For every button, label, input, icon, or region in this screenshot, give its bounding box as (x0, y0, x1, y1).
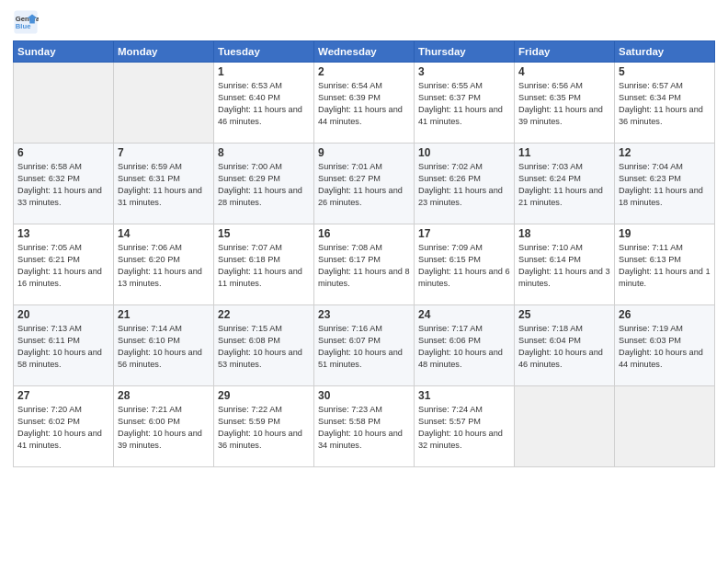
calendar-cell: 6 Sunrise: 6:58 AM Sunset: 6:32 PM Dayli… (14, 144, 114, 224)
daylight-label: Daylight: 10 hours and 53 minutes. (218, 348, 302, 369)
daylight-label: Daylight: 10 hours and 36 minutes. (218, 429, 302, 450)
day-number: 29 (218, 389, 310, 402)
day-number: 15 (218, 227, 310, 240)
calendar-cell: 25 Sunrise: 7:18 AM Sunset: 6:04 PM Dayl… (515, 305, 615, 386)
calendar-cell: 16 Sunrise: 7:08 AM Sunset: 6:17 PM Dayl… (314, 224, 415, 305)
sunrise-label: Sunrise: 7:14 AM (118, 324, 182, 333)
logo-icon: General Blue (13, 9, 39, 35)
sunset-label: Sunset: 6:15 PM (418, 255, 481, 264)
day-number: 2 (318, 65, 410, 78)
cell-info: Sunrise: 7:07 AM Sunset: 6:18 PM Dayligh… (218, 242, 310, 290)
day-number: 8 (218, 146, 310, 159)
sunrise-label: Sunrise: 7:06 AM (118, 243, 182, 252)
cell-info: Sunrise: 7:03 AM Sunset: 6:24 PM Dayligh… (518, 161, 610, 209)
cell-info: Sunrise: 7:17 AM Sunset: 6:06 PM Dayligh… (418, 323, 510, 371)
calendar-cell: 13 Sunrise: 7:05 AM Sunset: 6:21 PM Dayl… (14, 224, 114, 305)
cell-info: Sunrise: 7:21 AM Sunset: 6:00 PM Dayligh… (118, 404, 210, 452)
cell-info: Sunrise: 7:20 AM Sunset: 6:02 PM Dayligh… (17, 404, 109, 452)
cell-info: Sunrise: 7:02 AM Sunset: 6:26 PM Dayligh… (418, 161, 510, 209)
day-number: 28 (118, 389, 210, 402)
calendar-cell: 7 Sunrise: 6:59 AM Sunset: 6:31 PM Dayli… (114, 144, 214, 224)
day-number: 23 (318, 308, 410, 321)
sunrise-label: Sunrise: 7:19 AM (619, 324, 683, 333)
sunset-label: Sunset: 6:40 PM (218, 93, 280, 102)
day-number: 30 (318, 389, 410, 402)
sunset-label: Sunset: 6:11 PM (17, 336, 80, 345)
daylight-label: Daylight: 10 hours and 34 minutes. (318, 429, 403, 450)
daylight-label: Daylight: 11 hours and 21 minutes. (518, 186, 603, 207)
daylight-label: Daylight: 11 hours and 18 minutes. (619, 186, 703, 207)
calendar-cell: 11 Sunrise: 7:03 AM Sunset: 6:24 PM Dayl… (515, 144, 615, 224)
sunrise-label: Sunrise: 6:57 AM (619, 81, 683, 90)
sunset-label: Sunset: 6:32 PM (17, 174, 80, 183)
sunrise-label: Sunrise: 7:18 AM (518, 324, 583, 333)
calendar-cell: 28 Sunrise: 7:21 AM Sunset: 6:00 PM Dayl… (114, 386, 214, 467)
calendar-cell: 15 Sunrise: 7:07 AM Sunset: 6:18 PM Dayl… (214, 224, 314, 305)
daylight-label: Daylight: 11 hours and 13 minutes. (118, 267, 202, 288)
sunset-label: Sunset: 6:37 PM (418, 93, 481, 102)
sunset-label: Sunset: 6:08 PM (218, 336, 280, 345)
calendar-cell: 20 Sunrise: 7:13 AM Sunset: 6:11 PM Dayl… (14, 305, 114, 386)
sunrise-label: Sunrise: 7:20 AM (17, 405, 82, 414)
day-number: 1 (218, 65, 310, 78)
calendar-body: 1 Sunrise: 6:53 AM Sunset: 6:40 PM Dayli… (14, 63, 715, 467)
daylight-label: Daylight: 11 hours and 16 minutes. (17, 267, 102, 288)
cell-info: Sunrise: 7:23 AM Sunset: 5:58 PM Dayligh… (318, 404, 410, 452)
sunset-label: Sunset: 6:04 PM (518, 336, 581, 345)
sunrise-label: Sunrise: 7:15 AM (218, 324, 282, 333)
sunset-label: Sunset: 6:34 PM (619, 93, 681, 102)
sunrise-label: Sunrise: 7:03 AM (518, 162, 583, 171)
weekday-header: Friday (515, 41, 615, 63)
calendar-cell (515, 386, 615, 467)
calendar-cell (114, 63, 214, 144)
daylight-label: Daylight: 11 hours and 31 minutes. (118, 186, 202, 207)
daylight-label: Daylight: 10 hours and 48 minutes. (418, 348, 503, 369)
calendar-cell: 21 Sunrise: 7:14 AM Sunset: 6:10 PM Dayl… (114, 305, 214, 386)
calendar-cell: 22 Sunrise: 7:15 AM Sunset: 6:08 PM Dayl… (214, 305, 314, 386)
cell-info: Sunrise: 7:05 AM Sunset: 6:21 PM Dayligh… (17, 242, 109, 290)
sunrise-label: Sunrise: 6:58 AM (17, 162, 82, 171)
sunset-label: Sunset: 5:58 PM (318, 417, 381, 426)
calendar-cell: 24 Sunrise: 7:17 AM Sunset: 6:06 PM Dayl… (415, 305, 515, 386)
calendar-cell: 3 Sunrise: 6:55 AM Sunset: 6:37 PM Dayli… (415, 63, 515, 144)
weekday-header: Thursday (415, 41, 515, 63)
day-number: 9 (318, 146, 410, 159)
calendar-table: SundayMondayTuesdayWednesdayThursdayFrid… (13, 40, 715, 467)
sunset-label: Sunset: 6:18 PM (218, 255, 280, 264)
day-number: 21 (118, 308, 210, 321)
calendar-cell: 8 Sunrise: 7:00 AM Sunset: 6:29 PM Dayli… (214, 144, 314, 224)
page-header: General Blue (13, 9, 715, 35)
cell-info: Sunrise: 7:14 AM Sunset: 6:10 PM Dayligh… (118, 323, 210, 371)
sunrise-label: Sunrise: 7:21 AM (118, 405, 182, 414)
day-number: 26 (619, 308, 711, 321)
sunset-label: Sunset: 6:07 PM (318, 336, 381, 345)
day-number: 24 (418, 308, 510, 321)
calendar-cell: 31 Sunrise: 7:24 AM Sunset: 5:57 PM Dayl… (415, 386, 515, 467)
sunset-label: Sunset: 6:21 PM (17, 255, 80, 264)
sunrise-label: Sunrise: 7:04 AM (619, 162, 683, 171)
sunrise-label: Sunrise: 7:13 AM (17, 324, 82, 333)
calendar-week-row: 13 Sunrise: 7:05 AM Sunset: 6:21 PM Dayl… (14, 224, 715, 305)
sunset-label: Sunset: 6:26 PM (418, 174, 481, 183)
day-number: 27 (17, 389, 109, 402)
daylight-label: Daylight: 10 hours and 56 minutes. (118, 348, 202, 369)
cell-info: Sunrise: 7:19 AM Sunset: 6:03 PM Dayligh… (619, 323, 711, 371)
cell-info: Sunrise: 6:54 AM Sunset: 6:39 PM Dayligh… (318, 80, 410, 128)
daylight-label: Daylight: 11 hours and 8 minutes. (318, 267, 410, 288)
weekday-header: Monday (114, 41, 214, 63)
daylight-label: Daylight: 11 hours and 6 minutes. (418, 267, 510, 288)
sunset-label: Sunset: 5:57 PM (418, 417, 481, 426)
day-number: 11 (518, 146, 610, 159)
calendar-week-row: 27 Sunrise: 7:20 AM Sunset: 6:02 PM Dayl… (14, 386, 715, 467)
calendar-cell: 10 Sunrise: 7:02 AM Sunset: 6:26 PM Dayl… (415, 144, 515, 224)
calendar-cell: 30 Sunrise: 7:23 AM Sunset: 5:58 PM Dayl… (314, 386, 415, 467)
sunrise-label: Sunrise: 6:59 AM (118, 162, 182, 171)
calendar-week-row: 20 Sunrise: 7:13 AM Sunset: 6:11 PM Dayl… (14, 305, 715, 386)
cell-info: Sunrise: 7:22 AM Sunset: 5:59 PM Dayligh… (218, 404, 310, 452)
day-number: 19 (619, 227, 711, 240)
sunset-label: Sunset: 6:03 PM (619, 336, 681, 345)
calendar-cell: 5 Sunrise: 6:57 AM Sunset: 6:34 PM Dayli… (615, 63, 715, 144)
cell-info: Sunrise: 7:16 AM Sunset: 6:07 PM Dayligh… (318, 323, 410, 371)
day-number: 13 (17, 227, 109, 240)
sunrise-label: Sunrise: 7:24 AM (418, 405, 483, 414)
